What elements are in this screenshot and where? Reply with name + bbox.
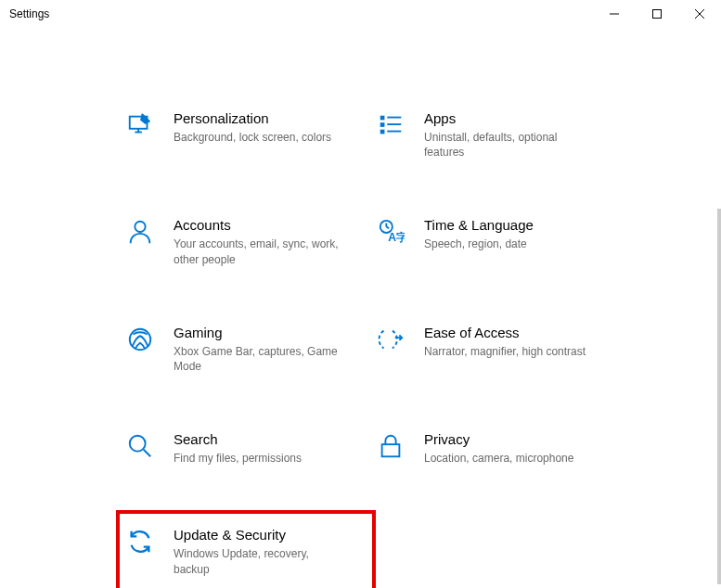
svg-rect-23 [382,444,400,456]
tile-personalization[interactable]: Personalization Background, lock screen,… [125,107,376,163]
tile-title: Search [174,431,376,447]
svg-rect-13 [387,131,401,133]
tile-subtitle: Uninstall, defaults, optional features [424,130,591,160]
ease-of-access-icon [376,325,406,354]
svg-rect-11 [387,117,401,119]
minimize-button[interactable] [593,0,636,28]
tile-apps[interactable]: Apps Uninstall, defaults, optional featu… [376,107,626,163]
tile-ease-of-access[interactable]: Ease of Access Narrator, magnifier, high… [376,321,626,377]
tile-subtitle: Location, camera, microphone [424,451,591,466]
tile-title: Gaming [174,325,376,340]
svg-point-14 [135,222,145,232]
tile-subtitle: Xbox Game Bar, captures, Game Mode [174,344,341,374]
tile-title: Accounts [174,217,376,233]
personalization-icon [125,110,155,140]
tile-title: Update & Security [174,527,363,543]
tile-update-security[interactable]: Update & Security Windows Update, recove… [116,510,376,588]
tile-time-language[interactable]: A字 Time & Language Speech, region, date [376,213,626,270]
window-title: Settings [9,7,49,20]
window-controls [593,0,721,28]
tile-subtitle: Your accounts, email, sync, work, other … [174,236,341,266]
update-security-icon [125,527,155,556]
tile-subtitle: Narrator, magnifier, high contrast [424,344,591,359]
privacy-icon [376,431,406,461]
maximize-button[interactable] [636,0,678,28]
svg-text:A字: A字 [388,232,405,245]
gaming-icon [125,325,155,354]
tile-title: Privacy [424,431,626,447]
scrollbar[interactable] [717,209,721,584]
svg-rect-1 [653,10,662,19]
svg-rect-8 [380,116,385,121]
tile-subtitle: Windows Update, recovery, backup [174,546,341,576]
svg-rect-10 [380,130,385,134]
settings-grid: Personalization Background, lock screen,… [125,107,665,588]
svg-point-21 [130,436,146,452]
tile-title: Personalization [174,110,376,126]
tile-subtitle: Find my files, permissions [174,451,341,466]
tile-search[interactable]: Search Find my files, permissions [125,428,376,469]
tile-subtitle: Speech, region, date [424,236,591,251]
tile-subtitle: Background, lock screen, colors [174,130,341,145]
svg-rect-12 [387,123,401,125]
svg-rect-9 [380,122,385,127]
time-language-icon: A字 [376,217,406,247]
tile-title: Time & Language [424,217,626,233]
accounts-icon [125,217,155,247]
titlebar: Settings [0,0,721,28]
svg-line-17 [386,227,389,229]
close-button[interactable] [678,0,721,28]
svg-line-22 [144,450,151,457]
tile-gaming[interactable]: Gaming Xbox Game Bar, captures, Game Mod… [125,321,376,377]
settings-content: Personalization Background, lock screen,… [0,28,721,588]
tile-accounts[interactable]: Accounts Your accounts, email, sync, wor… [125,213,376,270]
tile-title: Apps [424,110,626,126]
search-icon [125,431,155,461]
tile-privacy[interactable]: Privacy Location, camera, microphone [376,428,626,469]
apps-icon [376,110,406,140]
tile-title: Ease of Access [424,325,626,340]
